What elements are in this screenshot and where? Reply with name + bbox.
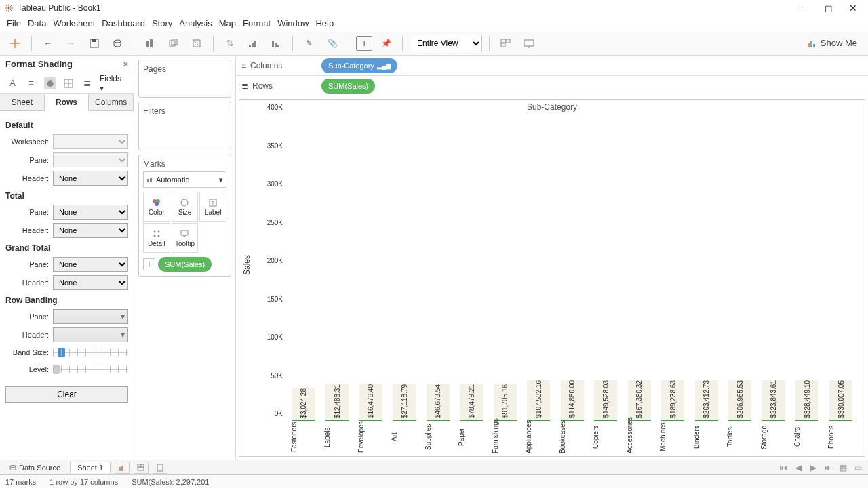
svg-rect-9 [146,41,149,47]
svg-rect-7 [92,39,96,42]
clear-button[interactable]: Clear [5,386,128,403]
menu-data[interactable]: Data [28,18,46,28]
section-default: Default [5,121,128,130]
columns-shelf[interactable]: ≡Columns Sub-Category▂▄▆ [236,56,868,76]
menu-map[interactable]: Map [219,18,236,28]
x-category-label: Chairs [793,421,821,456]
alignment-icon[interactable]: ≡ [25,77,37,89]
format-tab-columns[interactable]: Columns [89,94,134,110]
menu-file[interactable]: File [7,18,21,28]
band-size-slider[interactable] [53,346,128,359]
header-select[interactable]: None [53,171,128,186]
marks-size[interactable]: Size [172,192,199,222]
font-icon[interactable]: A [7,77,18,89]
bar-value-label: $206,965.53 [736,380,744,418]
svg-rect-20 [277,45,279,47]
toolbar: ← → ⇅ ✎ 📎 T 📌 Entire View Show Me [0,31,868,56]
pane-select[interactable] [53,152,128,167]
svg-rect-28 [813,44,815,47]
sheet-tabs: Data Source Sheet 1 ⏮ ◀ ▶ ⏭ ▦ ▭ [0,460,868,474]
svg-rect-26 [808,43,810,47]
highlight-icon[interactable]: ✎ [300,34,319,53]
bar-value-label: $149,528.03 [602,380,610,418]
menu-window[interactable]: Window [277,18,309,28]
fit-dropdown[interactable]: Entire View [410,35,482,52]
show-cards-icon[interactable] [496,34,515,53]
lines-icon[interactable]: ≣ [81,77,93,89]
new-story-icon[interactable] [153,462,167,474]
band-header-color[interactable]: ▾ [53,327,128,342]
label-toggle-icon[interactable]: T [356,36,372,51]
columns-pill[interactable]: Sub-Category▂▄▆ [321,58,397,73]
marks-pill-sum-sales[interactable]: SUM(Sales) [158,257,212,272]
menu-story[interactable]: Story [152,18,172,28]
save-icon[interactable] [85,34,104,53]
total-pane-select[interactable]: None [53,205,128,220]
bar-value-label: $46,673.54 [434,384,441,418]
maximize-icon[interactable]: ◻ [825,3,833,14]
nav-next-icon[interactable]: ▶ [807,462,819,473]
marks-tooltip[interactable]: Tooltip [172,223,199,253]
sheet-sorter-icon[interactable]: ▦ [837,462,849,473]
close-format-icon[interactable]: × [123,59,128,69]
filmstrip-icon[interactable]: ▭ [852,462,864,473]
svg-rect-51 [157,464,163,471]
nav-last-icon[interactable]: ⏭ [822,462,834,473]
sort-desc-icon[interactable] [267,34,285,53]
pin-icon[interactable]: 📌 [376,34,395,53]
marks-color[interactable]: Color [143,192,170,222]
new-dashboard-icon[interactable] [134,462,149,474]
pages-card[interactable]: Pages [138,60,231,98]
svg-rect-16 [252,43,254,47]
marks-type-select[interactable]: Automatic▾ [143,171,226,188]
marks-label[interactable]: TLabel [199,192,226,222]
filters-card[interactable]: Filters [138,102,231,150]
menu-analysis[interactable]: Analysis [179,18,212,28]
menu-help[interactable]: Help [315,18,334,28]
svg-rect-48 [138,464,140,467]
undo-icon[interactable]: ← [39,34,58,53]
data-source-tab[interactable]: Data Source [4,462,66,473]
swap-icon[interactable]: ⇅ [220,34,239,53]
menu-format[interactable]: Format [243,18,271,28]
borders-icon[interactable] [62,77,74,89]
svg-rect-11 [170,41,175,46]
tableau-icon[interactable] [5,34,24,53]
rows-pill[interactable]: SUM(Sales) [321,79,375,94]
close-icon[interactable]: ✕ [849,3,857,14]
new-sheet-icon[interactable] [141,34,160,53]
duplicate-icon[interactable] [164,34,183,53]
menu-dashboard[interactable]: Dashboard [102,18,145,28]
minimize-icon[interactable]: — [799,3,808,14]
worksheet-select[interactable] [53,134,128,149]
format-tab-sheet[interactable]: Sheet [0,94,45,110]
redo-icon[interactable]: → [62,34,81,53]
status-sum: SUM(Sales): 2,297,201 [132,478,209,486]
nav-first-icon[interactable]: ⏮ [777,462,789,473]
menu-worksheet[interactable]: Worksheet [53,18,95,28]
shading-icon[interactable] [44,77,56,89]
band-pane-color[interactable]: ▾ [53,309,128,324]
nav-prev-icon[interactable]: ◀ [792,462,804,473]
bar-value-label: $223,843.61 [770,380,777,418]
sort-asc-icon[interactable] [243,34,262,53]
new-data-icon[interactable] [108,34,127,53]
marks-detail[interactable]: Detail [143,223,170,253]
new-worksheet-icon[interactable] [115,462,130,474]
presentation-icon[interactable] [519,34,538,53]
level-slider[interactable] [53,363,128,376]
sheet1-tab[interactable]: Sheet 1 [70,462,111,473]
label-mark-icon[interactable]: T [143,258,155,270]
format-tab-rows[interactable]: Rows [45,94,90,111]
fields-dropdown[interactable]: Fields ▾ [100,74,127,93]
gt-header-select[interactable]: None [53,275,128,290]
x-category-label: Bookcases [559,421,586,456]
svg-rect-27 [810,41,812,47]
svg-point-8 [114,40,121,43]
gt-pane-select[interactable]: None [53,257,128,272]
total-header-select[interactable]: None [53,223,128,238]
clear-icon[interactable] [187,34,206,53]
rows-shelf[interactable]: ≣Rows SUM(Sales) [236,76,868,96]
group-icon[interactable]: 📎 [323,34,342,53]
show-me-button[interactable]: Show Me [807,38,863,48]
